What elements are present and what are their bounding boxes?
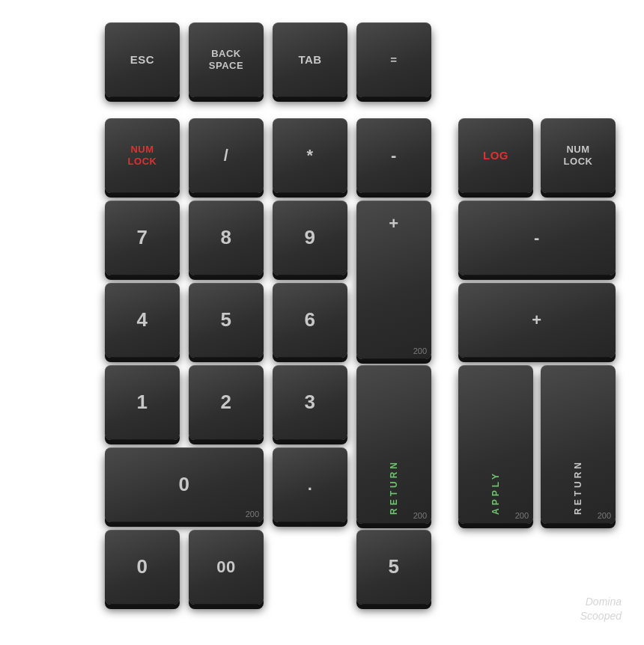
tab-key[interactable]: TAB	[273, 22, 347, 97]
doublezero-label: 00	[216, 557, 235, 577]
return1-sublabel: 200	[413, 511, 427, 520]
zero2-key[interactable]: 0	[105, 530, 180, 605]
three-label: 3	[305, 391, 316, 414]
row-label-r3b: R3	[13, 467, 40, 491]
two-key[interactable]: 2	[189, 365, 264, 440]
row-label-r3a: R3	[13, 305, 40, 329]
keyboard-layout: R1 R1 R2 R3 R4 R3 R3 ESC BACKSPACE TAB =…	[0, 0, 644, 645]
asterisk-label: *	[306, 146, 313, 165]
esc-label: ESC	[130, 53, 154, 67]
row-label-r4: R4	[13, 386, 40, 410]
row-label-r1-mid: R1	[13, 142, 40, 166]
six-key[interactable]: 6	[273, 283, 347, 358]
three-key[interactable]: 3	[273, 365, 347, 440]
domina-scooped-label: DominaScooped	[580, 595, 622, 624]
eight-key[interactable]: 8	[189, 201, 264, 275]
plus2-label: +	[532, 311, 541, 330]
log-key[interactable]: LOG	[458, 118, 533, 193]
plus2-key[interactable]: +	[458, 283, 616, 358]
apply-sublabel: 200	[515, 511, 529, 520]
five2-key[interactable]: 5	[356, 530, 431, 605]
log-label: LOG	[483, 149, 508, 162]
return2-label: RETURN	[573, 459, 583, 515]
numlock2-label: NUMLOCK	[564, 144, 593, 167]
five-key[interactable]: 5	[189, 283, 264, 358]
backspace-key[interactable]: BACKSPACE	[189, 22, 264, 97]
four-label: 4	[137, 308, 148, 331]
tab-label: TAB	[298, 53, 321, 67]
esc-key[interactable]: ESC	[105, 22, 180, 97]
zero1-key[interactable]: 0 200	[105, 447, 264, 522]
return2-sublabel: 200	[598, 511, 611, 520]
doublezero-key[interactable]: 00	[189, 530, 264, 605]
plus1-label: +	[389, 214, 398, 233]
equals-label: =	[390, 53, 397, 67]
zero1-sublabel: 200	[246, 510, 259, 519]
slash-label: /	[224, 146, 229, 165]
backspace-label: BACKSPACE	[209, 48, 243, 71]
six-label: 6	[305, 308, 316, 331]
four-key[interactable]: 4	[105, 283, 180, 358]
return1-label: RETURN	[389, 459, 399, 515]
plus1-key[interactable]: + 200	[356, 201, 431, 359]
five2-label: 5	[389, 555, 400, 578]
seven-key[interactable]: 7	[105, 201, 180, 275]
numlock1-key[interactable]: NUMLOCK	[105, 118, 180, 193]
minus1-key[interactable]: -	[356, 118, 431, 193]
row-label-r1-top: R1	[13, 43, 40, 67]
plus1-sublabel: 200	[413, 346, 427, 355]
minus2-label: -	[534, 228, 540, 248]
apply-key[interactable]: APPLY 200	[458, 365, 533, 524]
apply-label: APPLY	[490, 471, 501, 515]
zero1-label: 0	[179, 473, 190, 496]
equals-key[interactable]: =	[356, 22, 431, 97]
two-label: 2	[221, 391, 232, 414]
asterisk-key[interactable]: *	[273, 118, 347, 193]
minus1-label: -	[391, 146, 397, 165]
numlock2-key[interactable]: NUMLOCK	[541, 118, 616, 193]
return1-key[interactable]: RETURN 200	[356, 365, 431, 524]
zero2-label: 0	[137, 555, 148, 578]
eight-label: 8	[221, 226, 232, 249]
five-label: 5	[221, 308, 232, 331]
one-label: 1	[137, 391, 148, 414]
row-label-r2: R2	[13, 224, 40, 248]
one-key[interactable]: 1	[105, 365, 180, 440]
nine-label: 9	[305, 226, 316, 249]
row-label-r3c: R3	[13, 551, 40, 575]
nine-key[interactable]: 9	[273, 201, 347, 275]
return2-key[interactable]: RETURN 200	[541, 365, 616, 524]
slash-key[interactable]: /	[189, 118, 264, 193]
dot-key[interactable]: .	[273, 447, 347, 522]
minus2-key[interactable]: -	[458, 201, 616, 275]
seven-label: 7	[137, 226, 148, 249]
dot-label: .	[308, 475, 313, 495]
numlock1-label: NUMLOCK	[128, 144, 157, 167]
